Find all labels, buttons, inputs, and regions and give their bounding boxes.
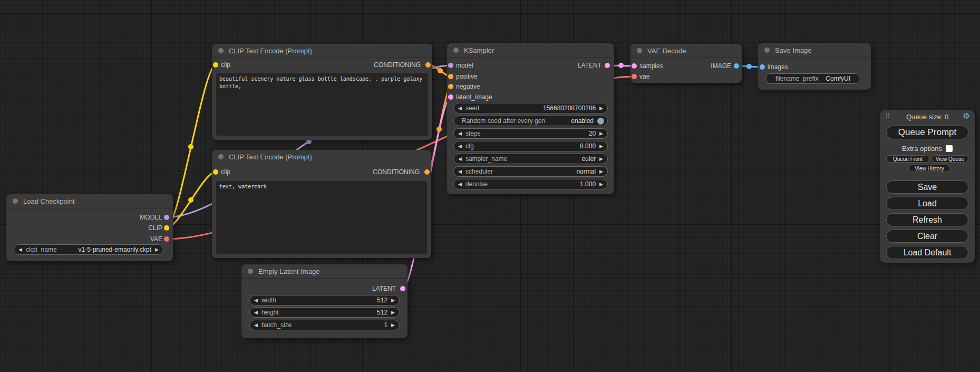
extra-options-label: Extra options <box>902 145 942 152</box>
image-output-port[interactable] <box>734 63 739 69</box>
samples-input-port[interactable] <box>632 63 637 69</box>
images-input-port[interactable] <box>760 64 765 70</box>
node-title-bar[interactable]: Save Image <box>758 43 871 58</box>
decrement-arrow-icon[interactable]: ◀ <box>18 247 22 252</box>
queue-prompt-button[interactable]: Queue Prompt <box>886 126 968 139</box>
collapse-dot-icon[interactable] <box>13 198 18 204</box>
latent-output-port[interactable] <box>400 286 405 291</box>
collapse-dot-icon[interactable] <box>218 154 224 159</box>
node-title-bar[interactable]: Empty Latent Image <box>241 264 407 279</box>
batch-size-widget[interactable]: ◀ batch_size 1 ▶ <box>249 320 400 330</box>
node-ksampler[interactable]: KSampler model LATENT positive negative … <box>447 43 614 194</box>
extra-options-checkbox[interactable] <box>946 145 953 152</box>
collapse-dot-icon[interactable] <box>764 47 770 53</box>
ckpt-name-widget[interactable]: ◀ ckpt_name v1-5-pruned-emaonly.ckpt ▶ <box>14 244 163 255</box>
widget-label: denoise <box>465 180 488 188</box>
view-queue-button[interactable]: View Queue <box>932 155 968 163</box>
input-label-clip: clip <box>221 61 230 69</box>
collapse-dot-icon[interactable] <box>248 269 253 274</box>
node-title-bar[interactable]: Load Checkpoint <box>6 194 173 208</box>
load-button[interactable]: Load <box>886 197 968 210</box>
node-save-image[interactable]: Save Image images filename_prefix ComfyU… <box>758 43 871 90</box>
widget-value: 156680208700286 <box>543 104 596 112</box>
toggle-icon[interactable] <box>597 118 604 125</box>
collapse-dot-icon[interactable] <box>637 48 642 53</box>
node-title-bar[interactable]: CLIP Text Encode (Prompt) <box>212 44 432 58</box>
prompt-textarea[interactable]: beautiful scenery nature glass bottle la… <box>216 73 428 136</box>
increment-arrow-icon[interactable]: ▶ <box>599 144 603 149</box>
increment-arrow-icon[interactable]: ▶ <box>155 247 159 252</box>
decrement-arrow-icon[interactable]: ◀ <box>458 131 462 136</box>
random-seed-widget[interactable]: Random seed after every gen enabled <box>453 116 608 126</box>
clip-input-port[interactable] <box>213 62 218 68</box>
clip-output-port[interactable] <box>164 225 169 231</box>
input-label-clip: clip <box>221 168 230 176</box>
collapse-dot-icon[interactable] <box>218 48 224 53</box>
gear-icon[interactable]: ⚙ <box>963 112 970 120</box>
increment-arrow-icon[interactable]: ▶ <box>391 298 395 303</box>
save-button[interactable]: Save <box>886 180 968 194</box>
queue-front-button[interactable]: Queue Front <box>886 155 929 163</box>
increment-arrow-icon[interactable]: ▶ <box>599 156 603 161</box>
vae-input-port[interactable] <box>632 74 637 79</box>
node-load-checkpoint[interactable]: Load Checkpoint MODEL CLIP VAE ◀ ckpt_na… <box>6 194 173 261</box>
increment-arrow-icon[interactable]: ▶ <box>599 131 603 136</box>
node-title-bar[interactable]: VAE Decode <box>630 44 742 58</box>
height-widget[interactable]: ◀ height 512 ▶ <box>249 307 400 318</box>
load-default-button[interactable]: Load Default <box>886 246 968 259</box>
decrement-arrow-icon[interactable]: ◀ <box>254 322 258 328</box>
denoise-widget[interactable]: ◀ denoise 1.000 ▶ <box>453 179 608 189</box>
clip-input-port[interactable] <box>213 169 218 175</box>
input-label-samples: samples <box>639 62 663 70</box>
collapse-dot-icon[interactable] <box>453 47 459 53</box>
conditioning-output-port[interactable] <box>424 169 430 175</box>
wire-dot <box>438 68 443 73</box>
conditioning-output-port[interactable] <box>425 62 431 68</box>
node-title: Save Image <box>775 46 811 54</box>
sampler-name-widget[interactable]: ◀ sampler_name euler ▶ <box>453 154 608 164</box>
node-title-bar[interactable]: CLIP Text Encode (Prompt) <box>212 150 431 164</box>
decrement-arrow-icon[interactable]: ◀ <box>254 310 258 315</box>
decrement-arrow-icon[interactable]: ◀ <box>458 156 462 161</box>
decrement-arrow-icon[interactable]: ◀ <box>458 144 462 149</box>
width-widget[interactable]: ◀ width 512 ▶ <box>249 295 400 306</box>
decrement-arrow-icon[interactable]: ◀ <box>458 182 462 187</box>
comfyui-canvas[interactable]: Load Checkpoint MODEL CLIP VAE ◀ ckpt_na… <box>0 0 980 372</box>
node-vae-decode[interactable]: VAE Decode samples IMAGE vae <box>630 44 742 83</box>
input-label-images: images <box>768 63 788 71</box>
latent-output-port[interactable] <box>605 63 610 68</box>
node-title-bar[interactable]: KSampler <box>447 43 614 58</box>
node-clip-text-encode-negative[interactable]: CLIP Text Encode (Prompt) clip CONDITION… <box>212 150 431 258</box>
model-input-port[interactable] <box>448 63 453 68</box>
filename-prefix-widget[interactable]: filename_prefix ComfyUI <box>765 73 860 84</box>
output-label-conditioning: CONDITIONING <box>373 168 420 176</box>
decrement-arrow-icon[interactable]: ◀ <box>254 298 258 303</box>
latent-image-input-port[interactable] <box>448 94 453 100</box>
clear-button[interactable]: Clear <box>886 230 968 243</box>
output-label-model: MODEL <box>140 214 162 221</box>
seed-widget[interactable]: ◀ seed 156680208700286 ▶ <box>453 103 608 113</box>
widget-value: ComfyUI <box>826 75 850 82</box>
scheduler-widget[interactable]: ◀ scheduler normal ▶ <box>453 166 608 177</box>
node-empty-latent-image[interactable]: Empty Latent Image LATENT ◀ width 512 ▶ … <box>241 264 407 338</box>
increment-arrow-icon[interactable]: ▶ <box>599 182 603 187</box>
decrement-arrow-icon[interactable]: ◀ <box>458 106 462 111</box>
negative-input-port[interactable] <box>448 84 453 89</box>
vae-output-port[interactable] <box>164 236 169 242</box>
cfg-widget[interactable]: ◀ cfg 8.000 ▶ <box>453 141 608 151</box>
decrement-arrow-icon[interactable]: ◀ <box>458 169 462 174</box>
widget-label: steps <box>465 130 481 137</box>
steps-widget[interactable]: ◀ steps 20 ▶ <box>453 128 608 139</box>
prompt-textarea[interactable]: text, watermark <box>216 181 427 254</box>
view-history-button[interactable]: View History <box>908 165 950 172</box>
increment-arrow-icon[interactable]: ▶ <box>391 322 395 328</box>
positive-input-port[interactable] <box>448 74 453 79</box>
refresh-button[interactable]: Refresh <box>886 213 968 226</box>
model-output-port[interactable] <box>164 215 169 220</box>
widget-value: euler <box>581 155 596 163</box>
increment-arrow-icon[interactable]: ▶ <box>391 310 395 315</box>
node-clip-text-encode-positive[interactable]: CLIP Text Encode (Prompt) clip CONDITION… <box>212 44 432 140</box>
widget-label: scheduler <box>465 168 493 175</box>
increment-arrow-icon[interactable]: ▶ <box>599 169 603 174</box>
increment-arrow-icon[interactable]: ▶ <box>599 106 603 111</box>
